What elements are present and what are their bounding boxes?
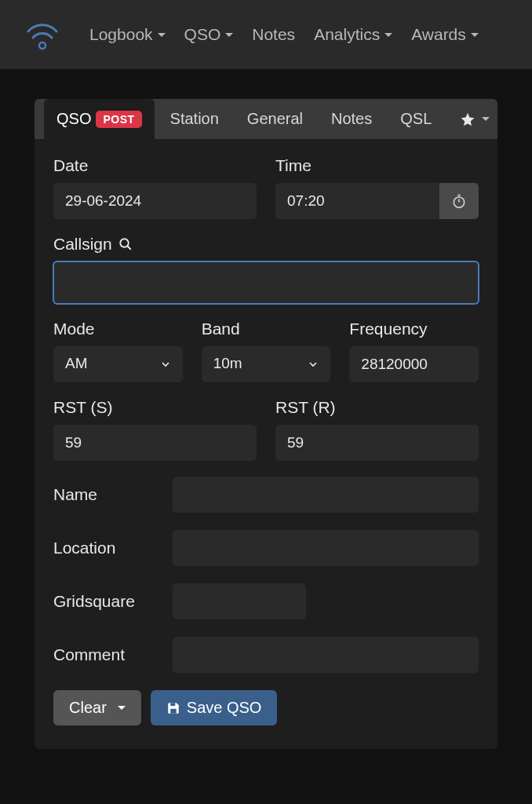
search-icon[interactable]	[118, 237, 133, 251]
time-now-button[interactable]	[439, 183, 479, 219]
frequency-label: Frequency	[349, 320, 479, 338]
gridsquare-row: Gridsquare	[53, 583, 479, 619]
svg-line-6	[127, 246, 131, 250]
star-icon	[460, 111, 476, 127]
tab-general[interactable]: General	[235, 99, 315, 139]
band-select[interactable]: 10m	[202, 346, 331, 382]
rst-r-input[interactable]	[275, 425, 479, 461]
callsign-input[interactable]	[53, 261, 479, 304]
svg-rect-2	[457, 195, 460, 196]
nav-analytics[interactable]: Analytics	[314, 25, 392, 44]
date-input[interactable]	[53, 183, 257, 219]
gridsquare-input[interactable]	[173, 583, 306, 619]
qso-card: QSO POST Station General Notes QSL Date	[35, 99, 497, 749]
nav-label: Notes	[252, 25, 295, 44]
frequency-field: Frequency	[349, 320, 479, 382]
tab-label: QSO	[56, 110, 91, 128]
tab-label: General	[247, 110, 303, 128]
date-label: Date	[53, 156, 257, 175]
nav-awards[interactable]: Awards	[411, 25, 479, 44]
rst-r-field: RST (R)	[275, 398, 479, 461]
nav-links: Logbook QSO Notes Analytics Awards	[89, 25, 479, 44]
mode-field: Mode AM	[53, 320, 183, 382]
caret-down-icon	[158, 33, 166, 37]
date-field: Date	[53, 156, 257, 219]
mode-label: Mode	[53, 320, 183, 338]
name-input[interactable]	[173, 477, 479, 513]
band-label: Band	[202, 320, 331, 338]
nav-label: Analytics	[314, 25, 380, 44]
rst-s-input[interactable]	[53, 425, 257, 461]
save-qso-button[interactable]: Save QSO	[151, 690, 278, 725]
location-input[interactable]	[173, 530, 479, 566]
clear-label: Clear	[69, 699, 107, 717]
caret-down-icon	[384, 33, 392, 37]
rst-r-label: RST (R)	[275, 398, 479, 417]
caret-down-icon	[482, 117, 490, 121]
nav-qso[interactable]: QSO	[184, 25, 234, 44]
frequency-input[interactable]	[349, 346, 479, 382]
comment-input[interactable]	[173, 637, 479, 673]
form-body: Date Time	[35, 139, 497, 749]
wifi-icon	[24, 17, 61, 52]
save-icon	[166, 701, 180, 715]
location-label: Location	[53, 539, 157, 557]
tab-qsl[interactable]: QSL	[388, 99, 444, 139]
time-label: Time	[275, 156, 479, 175]
time-input[interactable]	[275, 183, 439, 219]
svg-point-5	[120, 239, 129, 247]
rst-s-field: RST (S)	[53, 398, 257, 461]
time-field: Time	[275, 156, 479, 219]
gridsquare-label: Gridsquare	[53, 592, 157, 611]
caret-down-icon	[471, 33, 479, 37]
navbar: Logbook QSO Notes Analytics Awards	[0, 0, 532, 69]
comment-row: Comment	[53, 637, 479, 673]
mode-select[interactable]: AM	[53, 346, 183, 382]
tab-station[interactable]: Station	[158, 99, 231, 139]
svg-rect-7	[170, 703, 175, 706]
clear-button[interactable]: Clear	[53, 690, 141, 725]
svg-rect-8	[170, 708, 177, 713]
tab-favorites[interactable]	[447, 99, 497, 139]
save-label: Save QSO	[187, 699, 262, 717]
svg-point-0	[39, 42, 46, 49]
tab-label: Station	[170, 110, 219, 128]
post-badge: POST	[96, 111, 141, 128]
band-field: Band 10m	[202, 320, 331, 382]
caret-down-icon	[118, 706, 126, 710]
nav-label: Logbook	[89, 25, 153, 44]
callsign-label: Callsign	[53, 235, 479, 254]
tab-label: Notes	[331, 110, 372, 128]
tab-notes[interactable]: Notes	[319, 99, 384, 139]
caret-down-icon	[225, 33, 233, 37]
nav-logbook[interactable]: Logbook	[89, 25, 166, 44]
location-row: Location	[53, 530, 479, 566]
nav-notes[interactable]: Notes	[252, 25, 295, 44]
comment-label: Comment	[53, 645, 157, 664]
app-logo[interactable]	[19, 16, 66, 53]
svg-point-1	[454, 197, 464, 207]
callsign-field: Callsign	[53, 235, 479, 304]
name-label: Name	[53, 485, 157, 504]
tabs: QSO POST Station General Notes QSL	[35, 99, 497, 139]
nav-label: QSO	[184, 25, 221, 44]
button-row: Clear Save QSO	[53, 690, 479, 725]
rst-s-label: RST (S)	[53, 398, 257, 417]
tab-label: QSL	[400, 110, 432, 128]
name-row: Name	[53, 477, 479, 513]
stopwatch-icon	[451, 193, 467, 209]
tab-qso[interactable]: QSO POST	[44, 99, 155, 139]
callsign-label-text: Callsign	[53, 235, 112, 254]
nav-label: Awards	[411, 25, 466, 44]
